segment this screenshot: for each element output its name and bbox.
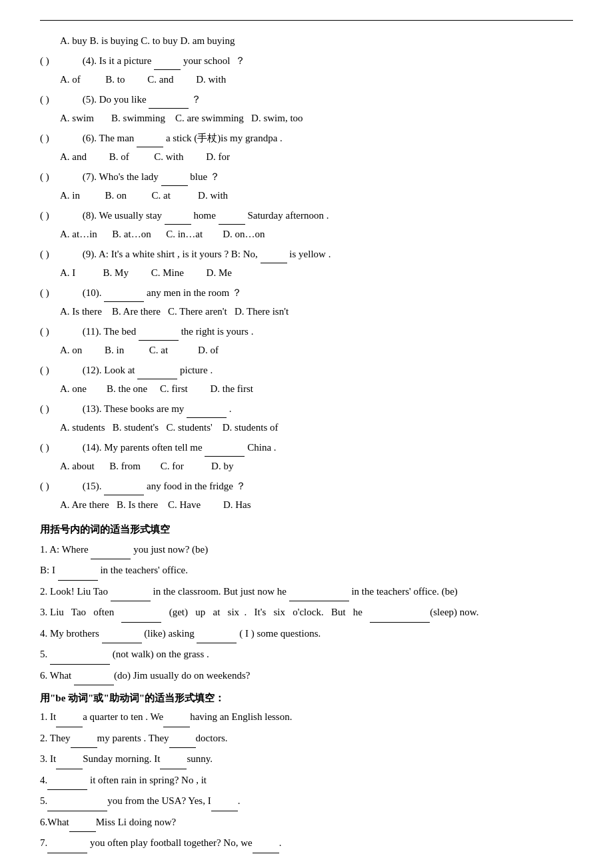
fill-item-2: 2. Look! Liu Tao in the classroom. But j… (40, 582, 573, 602)
mc-item-13: ( ) (13). These books are my . (40, 401, 573, 419)
fill-item-3: 3. Liu Tao often (get) up at six . It's … (40, 603, 573, 623)
mc-choices-11: A. on B. in C. at D. of (60, 342, 573, 359)
be-item-3: 3. It Sunday morning. It sunny. (40, 749, 573, 769)
be-item-4: 4. it often rain in spring? No , it (40, 771, 573, 791)
fill-item-5: 5. (not walk) on the grass . (40, 645, 573, 665)
be-item-1: 1. It a quarter to ten . We having an En… (40, 707, 573, 727)
fill-item-1b: B: I in the teachers' office. (40, 561, 573, 581)
mc-choices-13: A. students B. student's C. students' D.… (60, 419, 573, 437)
mc-item-12: ( ) (12). Look at picture . (40, 362, 573, 380)
mc-choices-12: A. one B. the one C. first D. the first (60, 381, 573, 398)
mc-item-4: ( ) (4). Is it a picture your school ？ (40, 53, 573, 71)
fill-item-6: 6. What (do) Jim usually do on weekends? (40, 666, 573, 686)
mc-choices-14: A. about B. from C. for D. by (60, 458, 573, 475)
be-section: 1. It a quarter to ten . We having an En… (40, 707, 573, 853)
mc-item-7: ( ) (7). Who's the lady blue ？ (40, 169, 573, 187)
mc-item-10: ( ) (10). any men in the room ？ (40, 285, 573, 303)
be-section-title: 用"be 动词"或"助动词"的适当形式填空： (40, 692, 573, 705)
fill-section-title: 用括号内的词的适当形式填空 (40, 523, 573, 536)
mc-section: ( ) (4). Is it a picture your school ？ A… (40, 53, 573, 514)
be-item-7: 7. you often play football together? No,… (40, 833, 573, 853)
mc-choices-7: A. in B. on C. at D. with (60, 187, 573, 205)
fill-item-4: 4. My brothers (like) asking ( I ) some … (40, 624, 573, 644)
mc-item-8: ( ) (8). We usually stay home Saturday a… (40, 207, 573, 225)
top-divider (40, 20, 573, 21)
mc-choices-6: A. and B. of C. with D. for (60, 149, 573, 166)
mc-item-11: ( ) (11). The bed the right is yours . (40, 323, 573, 341)
mc-choices-5: A. swim B. swimming C. are swimming D. s… (60, 110, 573, 127)
be-item-6: 6.What Miss Li doing now? (40, 813, 573, 833)
be-item-5: 5. you from the USA? Yes, I . (40, 791, 573, 811)
fill-item-1a: 1. A: Where you just now? (be) (40, 540, 573, 560)
mc-item-15: ( ) (15). any food in the fridge ？ (40, 478, 573, 496)
mc-item-5: ( ) (5). Do you like ？ (40, 91, 573, 109)
mc-choices-15: A. Are there B. Is there C. Have D. Has (60, 497, 573, 514)
be-item-2: 2. They my parents . They doctors. (40, 729, 573, 749)
mc-choices-8: A. at…in B. at…on C. in…at D. on…on (60, 226, 573, 243)
fill-section: 1. A: Where you just now? (be) B: I in t… (40, 540, 573, 686)
mc-item-14: ( ) (14). My parents often tell me China… (40, 439, 573, 457)
mc-choices-9: A. I B. My C. Mine D. Me (60, 265, 573, 282)
mc-item-6: ( ) (6). The man a stick (手杖)is my grand… (40, 130, 573, 148)
mc-choices-4: A. of B. to C. and D. with (60, 71, 573, 89)
mc-choices-10: A. Is there B. Are there C. There aren't… (60, 303, 573, 321)
mc-choices-top: A. buy B. is buying C. to buy D. am buyi… (60, 33, 573, 50)
mc-item-9: ( ) (9). A: It's a white shirt , is it y… (40, 246, 573, 264)
